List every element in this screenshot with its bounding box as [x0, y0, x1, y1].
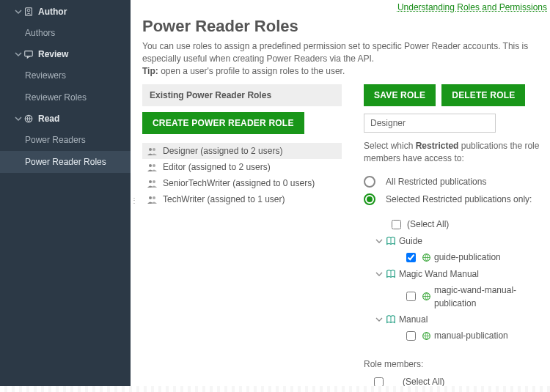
restrict-help-text: Select which Restricted publications the…: [364, 140, 550, 165]
svg-point-1: [27, 10, 30, 12]
tip-text: open a user's profile to assign roles to…: [161, 66, 345, 76]
radio-label: Selected Restricted publications only:: [386, 193, 532, 206]
torn-edge: [0, 386, 550, 392]
roles-list-panel: Existing Power Reader Roles CREATE POWER…: [142, 84, 342, 387]
svg-point-11: [149, 196, 152, 199]
intro-text: You can use roles to assign a predefined…: [142, 41, 528, 64]
radio-icon: [364, 193, 375, 205]
page-title: Power Reader Roles: [142, 17, 550, 36]
sidebar-item-authors[interactable]: Authors: [0, 22, 131, 44]
checkbox[interactable]: [392, 220, 401, 229]
sidebar-item-power-readers[interactable]: Power Readers: [0, 129, 131, 151]
existing-roles-heading: Existing Power Reader Roles: [142, 84, 342, 106]
book-icon: [386, 314, 396, 325]
svg-point-7: [149, 164, 152, 167]
member-label: (Select All): [403, 375, 444, 387]
tree-leaf-magic-wand-publication[interactable]: magic-wand-manual-publication: [367, 284, 550, 310]
page-intro: You can use roles to assign a predefined…: [142, 40, 550, 77]
checkbox[interactable]: [406, 292, 416, 301]
sidebar-group-label: Review: [38, 49, 68, 59]
tree-label: manual-publication: [434, 329, 508, 342]
help-pre: Select which: [364, 141, 416, 151]
radio-all-restricted[interactable]: All Restricted publications: [364, 175, 550, 188]
sidebar-group-read[interactable]: Read: [0, 108, 131, 129]
checkbox[interactable]: [406, 253, 416, 262]
group-icon: [147, 195, 158, 204]
author-icon: [23, 7, 34, 17]
publication-tree: (Select All) Guide guide-publ: [367, 218, 550, 346]
create-role-button[interactable]: CREATE POWER READER ROLE: [142, 112, 304, 134]
chevron-down-icon: [15, 8, 22, 15]
tree-node-guide[interactable]: Guide: [367, 234, 550, 248]
sidebar-item-reviewer-roles[interactable]: Reviewer Roles: [0, 86, 131, 108]
chevron-down-icon: [375, 270, 383, 278]
save-role-button[interactable]: SAVE ROLE: [364, 84, 436, 106]
read-icon: [23, 114, 34, 124]
book-icon: [386, 269, 396, 279]
chevron-down-icon: [375, 237, 383, 245]
help-strong: Restricted: [416, 141, 459, 151]
role-label: Editor (assigned to 2 users): [163, 162, 271, 172]
tree-leaf-guide-publication[interactable]: guide-publication: [367, 251, 550, 265]
chevron-down-icon: [375, 316, 383, 323]
globe-icon: [422, 292, 431, 301]
sidebar-item-reviewers[interactable]: Reviewers: [0, 64, 131, 86]
group-icon: [147, 147, 158, 155]
members-list: (Select All) Beatrice (Beatrice) Tom (De…: [364, 375, 550, 387]
tree-label: (Select All): [407, 218, 449, 231]
sidebar-group-review[interactable]: Review: [0, 44, 131, 64]
tree-label: Guide: [399, 234, 422, 248]
tree-label: Manual: [399, 313, 428, 326]
tip-label: Tip:: [142, 66, 158, 76]
review-icon: [23, 49, 34, 59]
tree-node-manual[interactable]: Manual: [367, 313, 550, 326]
role-label: SeniorTechWriter (assigned to 0 users): [163, 178, 315, 188]
radio-selected-restricted[interactable]: Selected Restricted publications only:: [364, 193, 550, 206]
radio-label: All Restricted publications: [386, 175, 486, 188]
tree-label: guide-publication: [434, 251, 501, 264]
delete-role-button[interactable]: DELETE ROLE: [441, 84, 525, 106]
tree-node-magic-wand[interactable]: Magic Wand Manual: [367, 267, 550, 281]
role-name-input[interactable]: [364, 114, 496, 133]
checkbox[interactable]: [406, 331, 416, 341]
role-detail-panel: SAVE ROLE DELETE ROLE Select which Restr…: [364, 84, 550, 387]
globe-icon: [422, 331, 431, 341]
svg-rect-2: [25, 51, 33, 56]
sidebar-group-label: Author: [38, 7, 67, 17]
sidebar: Author Authors Review Reviewers Reviewer…: [0, 0, 131, 387]
resize-handle[interactable]: ⋮: [131, 196, 137, 204]
role-item-editor[interactable]: Editor (assigned to 2 users): [142, 159, 342, 175]
role-item-seniortechwriter[interactable]: SeniorTechWriter (assigned to 0 users): [142, 175, 342, 191]
group-icon: [147, 163, 158, 171]
svg-point-9: [149, 180, 152, 183]
sidebar-item-power-reader-roles[interactable]: Power Reader Roles: [0, 151, 131, 173]
svg-point-8: [153, 164, 155, 167]
role-item-designer[interactable]: Designer (assigned to 2 users): [142, 143, 342, 159]
role-label: TechWriter (assigned to 1 user): [163, 194, 285, 204]
members-heading: Role members:: [364, 359, 550, 369]
tree-label: magic-wand-manual-publication: [434, 284, 550, 310]
role-item-techwriter[interactable]: TechWriter (assigned to 1 user): [142, 191, 342, 207]
tree-select-all[interactable]: (Select All): [367, 218, 550, 232]
role-label: Designer (assigned to 2 users): [163, 146, 282, 156]
sidebar-group-label: Read: [38, 114, 59, 124]
svg-point-6: [153, 148, 155, 151]
book-icon: [386, 236, 396, 246]
help-link-row: Understanding Roles and Permissions: [131, 0, 550, 12]
chevron-down-icon: [15, 115, 22, 122]
svg-point-10: [153, 180, 155, 183]
member-select-all[interactable]: (Select All): [364, 375, 550, 387]
main-panel: Understanding Roles and Permissions Powe…: [131, 0, 550, 387]
svg-point-5: [149, 148, 152, 151]
svg-point-12: [153, 196, 155, 199]
chevron-down-icon: [15, 51, 22, 58]
tree-label: Magic Wand Manual: [399, 267, 479, 281]
tree-leaf-manual-publication[interactable]: manual-publication: [367, 329, 550, 343]
group-icon: [147, 179, 158, 188]
globe-icon: [422, 253, 431, 262]
radio-icon: [364, 176, 375, 188]
help-link[interactable]: Understanding Roles and Permissions: [397, 2, 547, 12]
sidebar-group-author[interactable]: Author: [0, 1, 131, 22]
